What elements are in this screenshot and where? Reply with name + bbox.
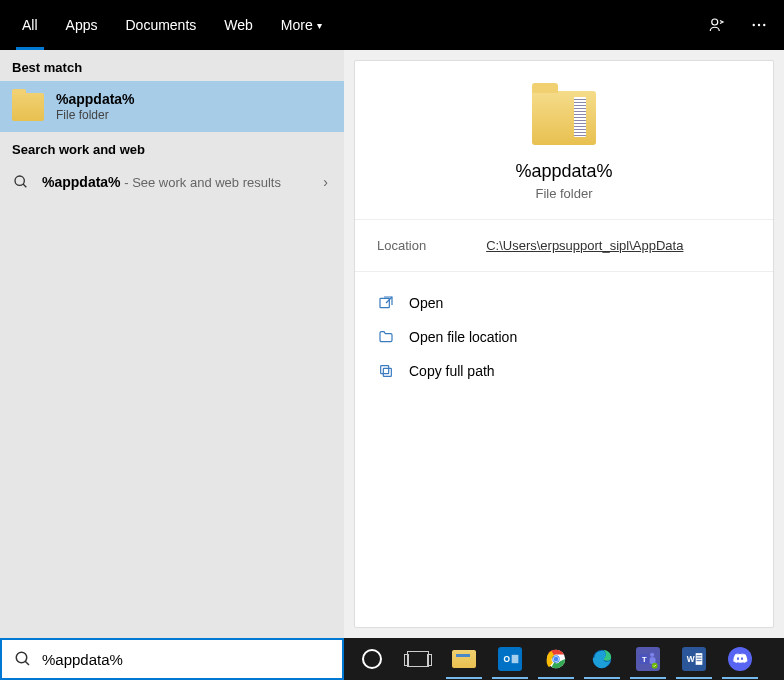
search-tabs-bar: All Apps Documents Web More▾ bbox=[0, 0, 784, 50]
tab-label: Documents bbox=[125, 17, 196, 33]
preview-subtitle: File folder bbox=[355, 186, 773, 201]
tab-label: Web bbox=[224, 17, 253, 33]
action-copy-full-path[interactable]: Copy full path bbox=[377, 354, 751, 388]
action-open-file-location[interactable]: Open file location bbox=[377, 320, 751, 354]
svg-rect-7 bbox=[383, 368, 391, 376]
copy-icon bbox=[377, 362, 395, 380]
location-path-link[interactable]: C:\Users\erpsupport_sipl\AppData bbox=[486, 238, 683, 253]
tab-label: More bbox=[281, 17, 313, 33]
action-label: Open file location bbox=[409, 329, 517, 345]
results-left-pane: Best match %appdata% File folder Search … bbox=[0, 50, 344, 638]
location-label: Location bbox=[377, 238, 426, 253]
preview-actions: Open Open file location Copy full path bbox=[355, 272, 773, 402]
search-web-header: Search work and web bbox=[0, 132, 344, 163]
chevron-down-icon: ▾ bbox=[317, 20, 322, 31]
search-icon bbox=[14, 650, 32, 668]
svg-rect-6 bbox=[380, 298, 389, 307]
best-match-header: Best match bbox=[0, 50, 344, 81]
svg-text:T: T bbox=[642, 655, 647, 664]
folder-location-icon bbox=[377, 328, 395, 346]
svg-line-5 bbox=[23, 184, 26, 187]
svg-point-21 bbox=[650, 653, 654, 657]
web-search-hint: - See work and web results bbox=[121, 175, 281, 190]
folder-icon bbox=[532, 91, 596, 145]
best-match-result[interactable]: %appdata% File folder bbox=[0, 81, 344, 132]
search-input[interactable] bbox=[42, 651, 330, 668]
search-box[interactable] bbox=[0, 638, 344, 680]
web-search-query: %appdata% bbox=[42, 174, 121, 190]
action-open[interactable]: Open bbox=[377, 286, 751, 320]
tab-label: Apps bbox=[66, 17, 98, 33]
svg-text:W: W bbox=[687, 654, 695, 664]
svg-point-4 bbox=[15, 176, 24, 185]
best-match-title: %appdata% bbox=[56, 91, 135, 107]
web-search-text: %appdata% - See work and web results bbox=[42, 174, 281, 190]
chrome-icon bbox=[544, 647, 568, 671]
svg-rect-8 bbox=[381, 366, 389, 374]
tab-documents[interactable]: Documents bbox=[111, 0, 210, 50]
svg-rect-13 bbox=[512, 655, 519, 663]
more-options-icon[interactable] bbox=[744, 10, 774, 40]
tab-apps[interactable]: Apps bbox=[52, 0, 112, 50]
tab-more[interactable]: More▾ bbox=[267, 0, 336, 50]
best-match-subtitle: File folder bbox=[56, 108, 135, 122]
teams-icon: T bbox=[636, 647, 660, 671]
svg-point-17 bbox=[554, 657, 559, 662]
taskbar-file-explorer[interactable] bbox=[442, 639, 486, 679]
preview-metadata: Location C:\Users\erpsupport_sipl\AppDat… bbox=[355, 219, 773, 272]
taskbar-outlook[interactable]: O bbox=[488, 639, 532, 679]
preview-card: %appdata% File folder Location C:\Users\… bbox=[354, 60, 774, 628]
cortana-icon bbox=[362, 649, 382, 669]
search-results-main: Best match %appdata% File folder Search … bbox=[0, 50, 784, 638]
chevron-right-icon: › bbox=[323, 174, 328, 190]
word-icon: W bbox=[682, 647, 706, 671]
taskbar-chrome[interactable] bbox=[534, 639, 578, 679]
taskbar-cortana[interactable] bbox=[350, 639, 394, 679]
taskbar: O T W bbox=[344, 638, 784, 680]
action-label: Copy full path bbox=[409, 363, 495, 379]
web-search-result[interactable]: %appdata% - See work and web results › bbox=[0, 163, 344, 201]
file-explorer-icon bbox=[452, 650, 476, 668]
svg-point-9 bbox=[16, 652, 27, 663]
tab-web[interactable]: Web bbox=[210, 0, 267, 50]
folder-icon bbox=[12, 93, 44, 121]
tab-label: All bbox=[22, 17, 38, 33]
taskbar-word[interactable]: W bbox=[672, 639, 716, 679]
svg-point-1 bbox=[753, 24, 755, 26]
action-label: Open bbox=[409, 295, 443, 311]
preview-title: %appdata% bbox=[355, 161, 773, 182]
tab-all[interactable]: All bbox=[8, 0, 52, 50]
edge-icon bbox=[590, 647, 614, 671]
svg-text:O: O bbox=[503, 654, 510, 664]
svg-rect-26 bbox=[696, 653, 703, 665]
best-match-text: %appdata% File folder bbox=[56, 91, 135, 122]
taskbar-task-view[interactable] bbox=[396, 639, 440, 679]
svg-point-0 bbox=[712, 19, 718, 25]
discord-icon bbox=[728, 647, 752, 671]
outlook-icon: O bbox=[498, 647, 522, 671]
preview-pane: %appdata% File folder Location C:\Users\… bbox=[344, 50, 784, 638]
taskbar-discord[interactable] bbox=[718, 639, 762, 679]
task-view-icon bbox=[407, 651, 429, 667]
svg-line-10 bbox=[25, 661, 29, 665]
svg-point-2 bbox=[758, 24, 760, 26]
feedback-icon[interactable] bbox=[702, 10, 732, 40]
taskbar-teams[interactable]: T bbox=[626, 639, 670, 679]
open-icon bbox=[377, 294, 395, 312]
preview-header: %appdata% File folder bbox=[355, 91, 773, 219]
svg-point-3 bbox=[763, 24, 765, 26]
search-icon bbox=[12, 173, 30, 191]
taskbar-edge[interactable] bbox=[580, 639, 624, 679]
